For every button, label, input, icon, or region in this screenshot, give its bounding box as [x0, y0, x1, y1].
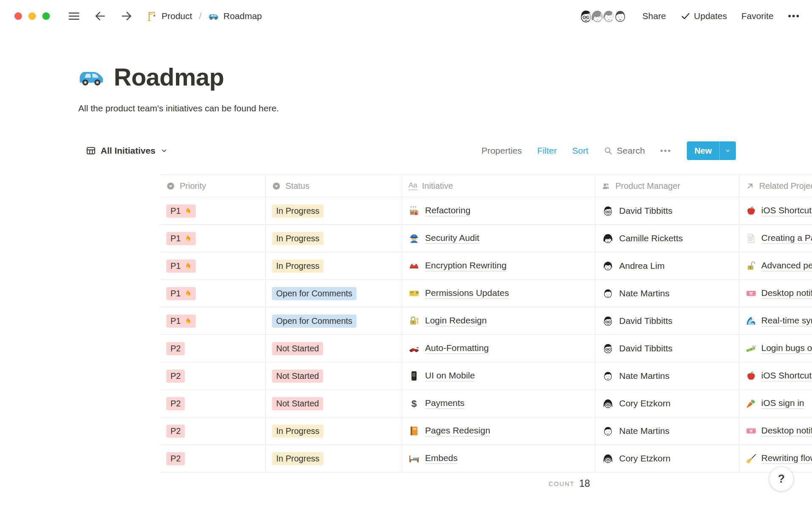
product-manager-cell[interactable]: David Tibbitts	[595, 197, 739, 224]
back-arrow-icon[interactable]	[94, 10, 107, 22]
status-tag[interactable]: Not Started	[272, 397, 323, 410]
initiative-cell[interactable]: Auto-Formatting	[402, 335, 595, 362]
initiative-cell[interactable]: Payments	[402, 390, 595, 417]
close-window-button[interactable]	[14, 12, 22, 20]
initiative-cell[interactable]: Pages Redesign	[402, 417, 595, 444]
related-projects-cell[interactable]: iOS ShortcutsErro	[739, 197, 812, 224]
column-header-initiative[interactable]: AaInitiative	[402, 175, 595, 197]
priority-cell[interactable]: P2	[160, 445, 266, 472]
priority-cell[interactable]: P2	[160, 335, 266, 362]
column-header-priority[interactable]: Priority	[160, 175, 266, 197]
column-header-status[interactable]: Status	[266, 175, 402, 197]
forward-arrow-icon[interactable]	[120, 10, 133, 22]
status-cell[interactable]: Not Started	[266, 362, 402, 389]
initiative-cell[interactable]: Refactoring	[402, 197, 595, 224]
view-switcher[interactable]: All Initiatives	[86, 146, 168, 156]
product-manager-cell[interactable]: David Tibbitts	[595, 335, 739, 362]
initiative-page-link[interactable]: Refactoring	[425, 205, 470, 216]
status-cell[interactable]: Open for Comments	[266, 280, 402, 307]
priority-cell[interactable]: P1	[160, 307, 266, 334]
priority-tag[interactable]: P2	[166, 370, 185, 383]
related-project-link[interactable]: iOS Shortcuts	[746, 205, 812, 216]
initiative-page-link[interactable]: UI on Mobile	[425, 370, 475, 381]
priority-cell[interactable]: P1	[160, 280, 266, 307]
related-project-link[interactable]: iOS sign in	[746, 398, 804, 409]
updates-button[interactable]: Updates	[680, 11, 727, 21]
status-tag[interactable]: Open for Comments	[272, 287, 357, 300]
initiative-cell[interactable]: Embeds	[402, 445, 595, 472]
priority-cell[interactable]: P2	[160, 417, 266, 444]
favorite-button[interactable]: Favorite	[741, 11, 774, 21]
status-tag[interactable]: Not Started	[272, 370, 323, 383]
minimize-window-button[interactable]	[28, 12, 36, 20]
priority-tag[interactable]: P2	[166, 425, 185, 438]
priority-cell[interactable]: P1	[160, 197, 266, 224]
toolbar-more-button[interactable]: •••	[660, 146, 672, 156]
priority-cell[interactable]: P1	[160, 225, 266, 252]
related-projects-cell[interactable]: Login bugs on email	[739, 335, 812, 362]
initiative-page-link[interactable]: Embeds	[425, 453, 458, 464]
related-projects-cell[interactable]: Real-time syncing	[739, 307, 812, 334]
related-projects-cell[interactable]: Desktop notifications	[739, 280, 812, 307]
zoom-window-button[interactable]	[42, 12, 50, 20]
related-project-link[interactable]: iOS Shortcuts	[746, 370, 812, 381]
related-project-link[interactable]: Desktop notifications	[746, 425, 812, 436]
share-button[interactable]: Share	[642, 11, 666, 21]
related-project-link[interactable]: Desktop notifications	[746, 288, 812, 299]
filter-button[interactable]: Filter	[537, 146, 557, 156]
breadcrumb-item[interactable]: Roadmap	[208, 11, 262, 22]
status-cell[interactable]: In Progress	[266, 252, 402, 279]
product-manager-cell[interactable]: Camille Ricketts	[595, 225, 739, 252]
count-aggregate[interactable]: COUNT 18	[402, 472, 595, 494]
product-manager-cell[interactable]: Cory Etzkorn	[595, 390, 739, 417]
status-cell[interactable]: In Progress	[266, 417, 402, 444]
priority-tag[interactable]: P1	[166, 260, 196, 273]
priority-cell[interactable]: P1	[160, 252, 266, 279]
breadcrumb-item[interactable]: Product	[146, 11, 192, 22]
search-button[interactable]: Search	[604, 146, 645, 156]
status-tag[interactable]: Open for Comments	[272, 315, 357, 328]
status-tag[interactable]: In Progress	[272, 232, 324, 245]
related-project-link[interactable]: Creating a Page on Mob	[746, 233, 812, 244]
status-cell[interactable]: In Progress	[266, 445, 402, 472]
member-avatars[interactable]	[578, 8, 628, 24]
related-projects-cell[interactable]: Desktop notifications	[739, 417, 812, 444]
product-manager-cell[interactable]: David Tibbitts	[595, 307, 739, 334]
priority-tag[interactable]: P1	[166, 204, 196, 218]
page-description[interactable]: All the product team's initiatives can b…	[78, 103, 812, 113]
status-cell[interactable]: Not Started	[266, 335, 402, 362]
status-tag[interactable]: In Progress	[272, 452, 324, 465]
product-manager-cell[interactable]: Cory Etzkorn	[595, 445, 739, 472]
status-tag[interactable]: In Progress	[272, 260, 324, 273]
initiative-page-link[interactable]: Auto-Formatting	[425, 343, 489, 354]
priority-tag[interactable]: P1	[166, 315, 196, 328]
priority-tag[interactable]: P1	[166, 287, 196, 300]
related-project-link[interactable]: Rewriting flow	[746, 453, 812, 464]
related-projects-cell[interactable]: iOS ShortcutsAnd	[739, 362, 812, 389]
related-project-link[interactable]: Advanced permissions	[746, 260, 812, 271]
status-cell[interactable]: In Progress	[266, 197, 402, 224]
column-header-product-manager[interactable]: Product Manager	[595, 175, 739, 197]
initiative-cell[interactable]: Permissions Updates	[402, 280, 595, 307]
initiative-page-link[interactable]: Security Audit	[425, 233, 479, 244]
product-manager-cell[interactable]: Nate Martins	[595, 280, 739, 307]
priority-tag[interactable]: P2	[166, 397, 185, 410]
status-tag[interactable]: In Progress	[272, 425, 324, 438]
status-tag[interactable]: Not Started	[272, 342, 323, 355]
related-project-link[interactable]: Login bugs on email	[746, 343, 812, 354]
initiative-page-link[interactable]: Permissions Updates	[425, 288, 509, 299]
status-tag[interactable]: In Progress	[272, 204, 324, 218]
priority-cell[interactable]: P2	[160, 362, 266, 389]
page-title[interactable]: Roadmap	[114, 64, 224, 91]
column-header-related-projects[interactable]: Related Projects	[739, 175, 812, 197]
properties-button[interactable]: Properties	[481, 146, 522, 156]
product-manager-cell[interactable]: Nate Martins	[595, 417, 739, 444]
topbar-more-button[interactable]: •••	[788, 11, 800, 22]
initiative-cell[interactable]: UI on Mobile	[402, 362, 595, 389]
new-button[interactable]: New	[687, 141, 719, 160]
initiative-page-link[interactable]: Payments	[425, 398, 464, 409]
related-projects-cell[interactable]: iOS sign in	[739, 390, 812, 417]
status-cell[interactable]: In Progress	[266, 225, 402, 252]
initiative-cell[interactable]: Security Audit	[402, 225, 595, 252]
product-manager-cell[interactable]: Andrea Lim	[595, 252, 739, 279]
